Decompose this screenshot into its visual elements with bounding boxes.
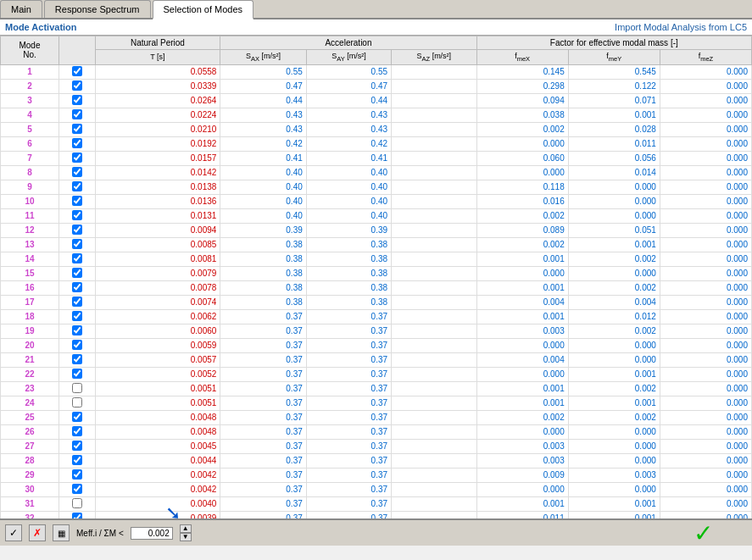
cell-checkbox[interactable]	[58, 352, 95, 367]
mode-checkbox[interactable]	[72, 484, 82, 494]
mode-checkbox[interactable]	[72, 311, 82, 321]
cell-checkbox[interactable]	[58, 266, 95, 280]
cell-fmey: 0.011	[568, 136, 660, 151]
cell-checkbox[interactable]	[58, 410, 95, 424]
cell-fmex: 0.060	[476, 151, 568, 165]
spinner-up[interactable]: ▲	[180, 524, 192, 533]
tab-response-spectrum[interactable]: Response Spectrum	[44, 0, 151, 18]
mode-checkbox[interactable]	[72, 268, 82, 278]
cell-checkbox[interactable]	[58, 223, 95, 237]
tab-selection-of-modes[interactable]: Selection of Modes	[153, 0, 254, 19]
cell-fmey: 0.001	[568, 396, 660, 410]
mode-checkbox[interactable]	[72, 282, 82, 292]
mode-checkbox[interactable]	[72, 253, 82, 263]
mode-checkbox[interactable]	[72, 441, 82, 451]
mode-checkbox[interactable]	[72, 225, 82, 235]
cell-say: 0.37	[306, 468, 391, 482]
mode-checkbox[interactable]	[72, 469, 82, 480]
cell-sax: 0.37	[220, 309, 306, 324]
threshold-input[interactable]	[131, 527, 173, 540]
mode-checkbox[interactable]	[72, 138, 82, 148]
cell-fmex: 0.004	[476, 352, 568, 367]
threshold-spinner[interactable]: ▲ ▼	[180, 524, 192, 541]
cell-checkbox[interactable]	[58, 64, 95, 79]
uncheck-all-button[interactable]: ✗	[29, 524, 46, 541]
cell-checkbox[interactable]	[58, 79, 95, 93]
mode-checkbox[interactable]	[72, 383, 82, 393]
mode-checkbox[interactable]	[72, 80, 82, 91]
cell-checkbox[interactable]	[58, 439, 95, 453]
cell-sax: 0.37	[220, 439, 306, 453]
cell-mode-no: 21	[1, 352, 59, 367]
mode-checkbox[interactable]	[72, 397, 82, 408]
cell-checkbox[interactable]	[58, 396, 95, 410]
mode-checkbox[interactable]	[72, 239, 82, 249]
spinner-down[interactable]: ▼	[180, 533, 192, 541]
cell-checkbox[interactable]	[58, 309, 95, 324]
cell-fmey: 0.004	[568, 295, 660, 309]
cell-checkbox[interactable]	[58, 122, 95, 136]
cell-checkbox[interactable]	[58, 165, 95, 180]
cell-checkbox[interactable]	[58, 93, 95, 108]
mode-checkbox[interactable]	[72, 354, 82, 364]
cell-checkbox[interactable]	[58, 367, 95, 381]
cell-checkbox[interactable]	[58, 108, 95, 122]
mode-checkbox[interactable]	[72, 124, 82, 134]
mode-checkbox[interactable]	[72, 297, 82, 307]
cell-mode-no: 24	[1, 396, 59, 410]
cell-checkbox[interactable]	[58, 468, 95, 482]
cell-checkbox[interactable]	[58, 136, 95, 151]
cell-checkbox[interactable]	[58, 295, 95, 309]
mode-checkbox[interactable]	[72, 325, 82, 335]
mode-checkbox[interactable]	[72, 196, 82, 206]
cell-checkbox[interactable]	[58, 194, 95, 208]
mode-checkbox[interactable]	[72, 167, 82, 177]
cell-checkbox[interactable]	[58, 453, 95, 468]
cell-checkbox[interactable]	[58, 180, 95, 194]
mode-checkbox[interactable]	[72, 95, 82, 105]
table-row: 10 0.0136 0.40 0.40 0.016 0.000 0.000	[1, 194, 752, 208]
import-modal-button[interactable]: Import Modal Analysis from LC5	[615, 22, 747, 32]
mode-checkbox[interactable]	[72, 513, 82, 518]
cell-saz	[392, 223, 477, 237]
cell-fmez: 0.000	[660, 122, 751, 136]
cell-checkbox[interactable]	[58, 280, 95, 295]
filter-button[interactable]: ▦	[53, 524, 70, 541]
cell-checkbox[interactable]	[58, 424, 95, 439]
mode-checkbox[interactable]	[72, 340, 82, 350]
mode-checkbox[interactable]	[72, 412, 82, 422]
check-all-button[interactable]: ✓	[5, 524, 22, 541]
mode-checkbox[interactable]	[72, 181, 82, 191]
cell-checkbox[interactable]	[58, 151, 95, 165]
cell-checkbox[interactable]	[58, 511, 95, 518]
cell-fmez: 0.000	[660, 151, 751, 165]
mode-checkbox[interactable]	[72, 210, 82, 220]
table-row: 23 0.0051 0.37 0.37 0.001 0.002 0.000	[1, 381, 752, 396]
cell-checkbox[interactable]	[58, 208, 95, 223]
cell-checkbox[interactable]	[58, 252, 95, 266]
cell-checkbox[interactable]	[58, 237, 95, 252]
tab-main[interactable]: Main	[0, 0, 42, 18]
cell-sax: 0.38	[220, 266, 306, 280]
col-T: T [s]	[95, 50, 220, 65]
cell-say: 0.37	[306, 439, 391, 453]
mode-checkbox[interactable]	[72, 66, 82, 76]
mode-checkbox[interactable]	[72, 369, 82, 379]
mode-checkbox[interactable]	[72, 498, 82, 508]
cell-sax: 0.43	[220, 108, 306, 122]
cell-checkbox[interactable]	[58, 338, 95, 352]
mode-checkbox[interactable]	[72, 109, 82, 119]
mode-checkbox[interactable]	[72, 426, 82, 436]
cell-T: 0.0192	[95, 136, 220, 151]
bottom-bar: ✓ ✗ ▦ Meff.i / ΣM < ▲ ▼ ✓	[0, 518, 752, 546]
cell-say: 0.38	[306, 252, 391, 266]
mode-checkbox[interactable]	[72, 152, 82, 163]
cell-fmey: 0.000	[568, 352, 660, 367]
table-row: 32 0.0039 0.37 0.37 0.011 0.001 0.000	[1, 511, 752, 518]
mode-checkbox[interactable]	[72, 455, 82, 465]
cell-checkbox[interactable]	[58, 482, 95, 496]
cell-checkbox[interactable]	[58, 496, 95, 511]
cell-checkbox[interactable]	[58, 324, 95, 338]
cell-T: 0.0051	[95, 381, 220, 396]
cell-checkbox[interactable]	[58, 381, 95, 396]
